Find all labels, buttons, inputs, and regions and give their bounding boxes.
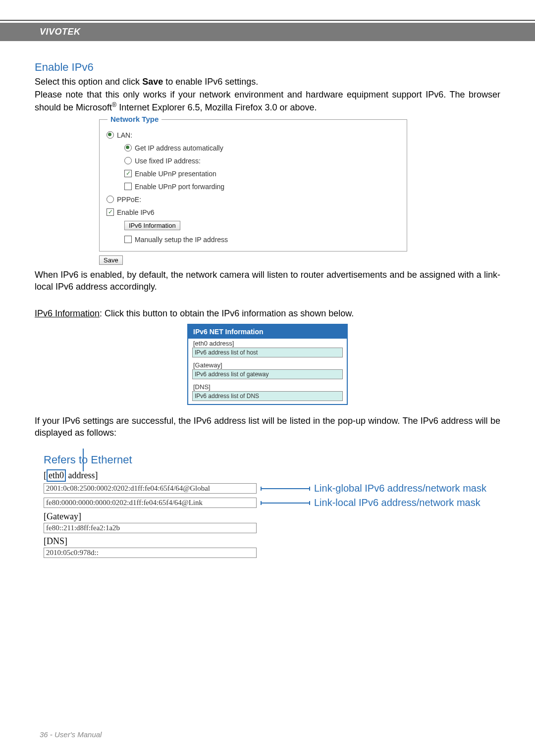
pppoe-label: PPPoE: [117, 196, 141, 203]
fixed-ip-label: Use fixed IP address: [135, 157, 201, 165]
info-dns-label: [DNS] [188, 382, 347, 391]
info-gw-label: [Gateway] [188, 360, 347, 369]
anno-link-local: Link-local IPv6 address/network mask [314, 497, 481, 508]
eth0-rest: address] [66, 470, 98, 480]
intro-line-2: Please note that this only works if your… [35, 89, 500, 113]
upnp-fwd-label: Enable UPnP port forwarding [135, 183, 224, 191]
checkbox-icon[interactable] [107, 208, 114, 216]
intro1-pre: Select this option and click [35, 77, 142, 87]
info-box-head: IPv6 NET Information [188, 325, 347, 339]
gateway-label: [Gateway] [44, 510, 500, 523]
brand-header: VIVOTEK [0, 23, 535, 41]
gateway-value: fe80::211:d8ff:fea2:1a2b [44, 523, 257, 533]
upnp-fwd-row[interactable]: Enable UPnP port forwarding [105, 180, 402, 193]
enable-ipv6-row[interactable]: Enable IPv6 [105, 206, 402, 219]
manual-ip-row[interactable]: Manually setup the IP address [105, 233, 402, 246]
intro1-bold: Save [142, 77, 163, 87]
ipv6-info-line: IPv6 Information: Click this button to o… [35, 307, 500, 319]
auto-ip-label: Get IP address automatically [135, 144, 223, 152]
save-button[interactable]: Save [99, 255, 123, 265]
eth0-boxed: eth0 [47, 469, 66, 482]
intro1-post: to enable IPv6 settings. [163, 77, 258, 87]
success-text: If your IPv6 settings are successful, th… [35, 415, 500, 439]
dns-label: [DNS] [44, 535, 500, 548]
lan-radio-row[interactable]: LAN: [105, 129, 402, 142]
pointer-line [83, 449, 84, 471]
network-type-panel: Network Type LAN: Get IP address automat… [99, 119, 407, 252]
info-gw-cell: IPv6 address list of gateway [192, 369, 343, 379]
connector-line [261, 503, 310, 504]
ipv6-net-info-box: IPv6 NET Information [eth0 address] IPv6… [187, 324, 348, 405]
ipv6-info-rest: : Click this button to obtain the IPv6 i… [100, 308, 354, 318]
radio-icon[interactable] [107, 131, 114, 139]
registered-icon: ® [112, 101, 116, 108]
intro-line-1: Select this option and click Save to ena… [35, 76, 500, 88]
panel-legend: Network Type [107, 115, 161, 123]
section-title-enable-ipv6: Enable IPv6 [35, 61, 500, 74]
refers-to-ethernet: Refers to Ethernet [44, 454, 500, 466]
after-panel-text: When IPv6 is enabled, by default, the ne… [35, 269, 500, 293]
ipv6-global-address: 2001:0c08:2500:0002:0202:d1ff:fe04:65f4/… [44, 483, 257, 494]
ipv6-address-diagram: [eth0 address] 2001:0c08:2500:0002:0202:… [44, 468, 500, 558]
intro2-post: Internet Explorer 6.5, Mozilla Firefox 3… [116, 102, 317, 112]
pppoe-radio-row[interactable]: PPPoE: [105, 193, 402, 206]
fixed-ip-row[interactable]: Use fixed IP address: [105, 154, 402, 167]
manual-ip-label: Manually setup the IP address [135, 236, 228, 244]
ipv6-info-underline: IPv6 Information [35, 308, 100, 318]
enable-ipv6-label: Enable IPv6 [117, 208, 155, 216]
anno-link-global: Link-global IPv6 address/network mask [314, 483, 486, 494]
upnp-pres-label: Enable UPnP presentation [135, 170, 216, 178]
lan-label: LAN: [117, 131, 132, 139]
connector-line [261, 488, 310, 489]
info-dns-cell: IPv6 address list of DNS [192, 391, 343, 401]
auto-ip-row[interactable]: Get IP address automatically [105, 142, 402, 154]
radio-icon[interactable] [124, 144, 132, 151]
ipv6-link-address: fe80:0000:0000:0000:0202:d1ff:fe04:65f4/… [44, 498, 257, 508]
info-eth-label: [eth0 address] [188, 339, 347, 348]
checkbox-icon[interactable] [124, 170, 132, 177]
ipv6-information-button[interactable]: IPv6 Information [124, 221, 180, 230]
radio-icon[interactable] [124, 157, 132, 164]
checkbox-icon[interactable] [124, 183, 132, 190]
dns-value: 2010:05c0:978d:: [44, 548, 257, 558]
upnp-pres-row[interactable]: Enable UPnP presentation [105, 167, 402, 180]
eth0-address-label: [eth0 address] [44, 468, 500, 483]
info-eth-cell: IPv6 address list of host [192, 348, 343, 357]
radio-icon[interactable] [107, 196, 114, 203]
checkbox-icon[interactable] [124, 236, 132, 243]
